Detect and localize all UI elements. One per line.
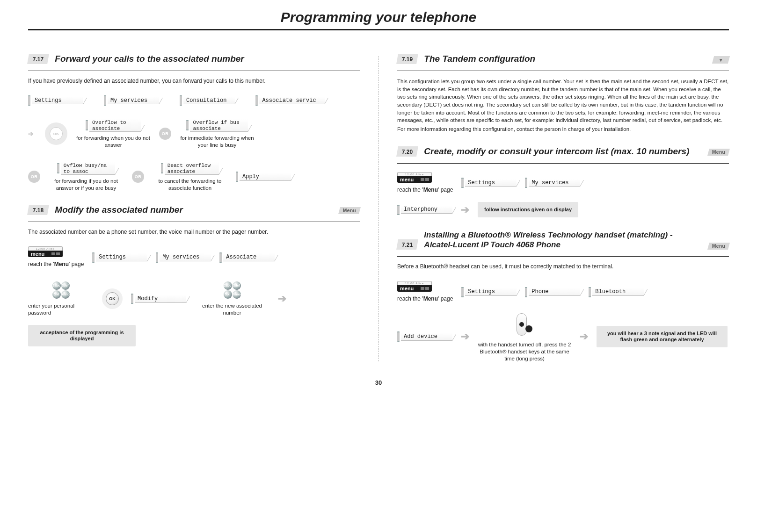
caption: for forwarding when you do not answer: [76, 135, 151, 149]
section-rule: [28, 222, 360, 222]
caption: enter the new associated number: [195, 302, 269, 316]
keypad-icon: 2abc3def 5jkl6mno: [52, 281, 70, 299]
section-title: The Tandem configuration: [424, 54, 706, 64]
section-rule: [397, 71, 729, 71]
section-rule: [28, 71, 360, 71]
softkey-bluetooth: Bluetooth: [589, 287, 644, 297]
ok-button-icon: OK: [102, 288, 123, 309]
section-number: 7.21: [396, 239, 418, 250]
section-number: 7.17: [27, 54, 49, 64]
softkey-my-services: My services: [525, 178, 580, 188]
section-rule: [397, 256, 729, 257]
caption: for immediate forwarding when your line …: [180, 135, 255, 149]
softkey-consultation: Consultation: [180, 95, 235, 106]
softkey-my-services: My services: [156, 252, 211, 263]
softkey-overflow-if-busy: Overflow if busassociate: [186, 119, 247, 132]
menu-page-icon: 12:00 Alice menu: [28, 246, 63, 257]
down-badge: ▼: [712, 56, 730, 64]
keypad-icon: 2abc3def 5jkl6mno: [224, 281, 241, 299]
section-intro: Before a Bluetooth® headset can be used,…: [397, 263, 729, 270]
nav-disc-icon: OK: [45, 122, 67, 145]
caption: reach the 'Menu' page: [397, 187, 453, 194]
softkey-settings: Settings: [92, 252, 147, 263]
softkey-add-device: Add device: [397, 331, 452, 342]
result-box: follow instructions given on display: [478, 202, 578, 217]
caption: to cancel the forwarding to associate fu…: [153, 178, 227, 192]
softkey-phone: Phone: [525, 287, 580, 297]
or-badge: OR: [159, 128, 171, 140]
section-intro: If you have previously defined an associ…: [28, 78, 360, 84]
menu-badge: Menu: [338, 207, 361, 214]
softkey-associate: Associate: [219, 252, 275, 263]
section-body: For more information regarding this conf…: [397, 125, 729, 133]
column-divider: [378, 56, 379, 361]
softkey-settings: Settings: [461, 178, 517, 188]
menu-page-icon: 12:00 Alice menu: [397, 172, 432, 183]
section-rule: [397, 163, 729, 164]
softkey-associate-services: Associate servic: [255, 95, 324, 106]
caption: for forwarding if you do not answer or i…: [49, 178, 124, 192]
page-title: Programming your telephone: [28, 9, 729, 25]
result-box: you will hear a 3 note signal and the LE…: [597, 326, 728, 347]
section-body: This configuration lets you group two se…: [397, 78, 729, 124]
softkey-settings: Settings: [461, 287, 517, 297]
section-title: Create, modify or consult your intercom …: [424, 146, 702, 157]
softkey-ovflow-busy-na: Ovflow busy/nato assoc: [57, 162, 115, 175]
softkey-apply: Apply: [236, 172, 291, 182]
menu-badge: Menu: [707, 243, 730, 250]
softkey-modify: Modify: [131, 294, 186, 304]
caption: reach the 'Menu' page: [28, 261, 84, 268]
result-box: acceptance of the programming is display…: [28, 325, 136, 346]
arrow-icon: ➔: [461, 204, 469, 216]
softkey-deact-overflow: Deact overflowassociate: [161, 162, 219, 175]
arrow-icon: ➔: [580, 331, 588, 343]
section-title: Forward your calls to the associated num…: [55, 54, 360, 64]
section-title: Modify the associated number: [55, 205, 333, 215]
arrow-icon: ➔: [28, 130, 34, 137]
page-number: 30: [28, 379, 729, 386]
arrow-icon: ➔: [461, 331, 469, 343]
softkey-settings: Settings: [28, 95, 83, 106]
or-badge: OR: [28, 171, 40, 183]
caption: with the handset turned off, press the 2…: [478, 341, 571, 362]
or-badge: OR: [132, 171, 144, 183]
caption: reach the 'Menu' page: [397, 295, 453, 303]
section-title: Installing a Bluetooth® Wireless Technol…: [424, 230, 702, 250]
menu-page-icon: 12:00 Alice menu: [397, 281, 432, 292]
menu-badge: Menu: [707, 149, 730, 156]
caption: enter your personal password: [28, 302, 94, 316]
bluetooth-handset-icon: [513, 311, 536, 338]
title-rule: [28, 29, 729, 30]
section-number: 7.18: [27, 205, 49, 215]
arrow-icon: ➔: [278, 293, 286, 305]
section-number: 7.19: [396, 54, 418, 64]
section-intro: The associated number can be a phone set…: [28, 229, 360, 235]
section-number: 7.20: [396, 146, 418, 157]
softkey-my-services: My services: [104, 95, 159, 106]
softkey-interphony: Interphony: [397, 205, 452, 215]
softkey-overflow-to-assoc: Overflow toassociate: [86, 119, 141, 132]
